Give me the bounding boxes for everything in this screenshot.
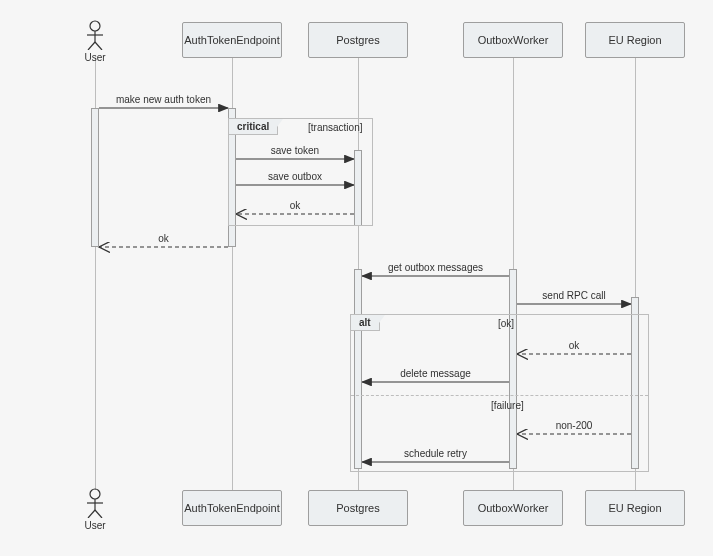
guard-transaction: [transaction] xyxy=(308,122,362,133)
message-label-1: make new auth token xyxy=(116,94,211,105)
actor-user: User xyxy=(75,20,115,63)
activation-user xyxy=(91,108,99,247)
actor-label: User xyxy=(75,520,115,531)
svg-line-3 xyxy=(88,42,95,50)
svg-point-5 xyxy=(90,489,100,499)
actor-user: User xyxy=(75,488,115,531)
participant-pg: Postgres xyxy=(308,22,408,58)
participant-pg: Postgres xyxy=(308,490,408,526)
message-label-4: ok xyxy=(290,200,301,211)
participant-eu: EU Region xyxy=(585,22,685,58)
message-label-10: non-200 xyxy=(556,420,593,431)
guard-ok: [ok] xyxy=(498,318,514,329)
actor-label: User xyxy=(75,52,115,63)
message-label-11: schedule retry xyxy=(404,448,467,459)
svg-line-9 xyxy=(95,510,102,518)
fragment-alt-label: alt xyxy=(351,315,380,331)
alt-divider xyxy=(351,395,648,396)
fragment-critical-label: critical xyxy=(229,119,278,135)
message-label-7: send RPC call xyxy=(542,290,605,301)
participant-worker: OutboxWorker xyxy=(463,22,563,58)
message-label-6: get outbox messages xyxy=(388,262,483,273)
message-label-8: ok xyxy=(569,340,580,351)
sequence-diagram: critical [transaction] alt [ok] [failure… xyxy=(0,0,713,556)
guard-failure: [failure] xyxy=(491,400,524,411)
message-label-5: ok xyxy=(158,233,169,244)
svg-point-0 xyxy=(90,21,100,31)
message-label-9: delete message xyxy=(400,368,471,379)
participant-worker: OutboxWorker xyxy=(463,490,563,526)
svg-line-8 xyxy=(88,510,95,518)
message-label-2: save token xyxy=(271,145,319,156)
participant-eu: EU Region xyxy=(585,490,685,526)
message-label-3: save outbox xyxy=(268,171,322,182)
participant-auth: AuthTokenEndpoint xyxy=(182,22,282,58)
svg-line-4 xyxy=(95,42,102,50)
fragment-alt: alt xyxy=(350,314,649,472)
person-icon xyxy=(84,20,106,50)
participant-auth: AuthTokenEndpoint xyxy=(182,490,282,526)
person-icon xyxy=(84,488,106,518)
